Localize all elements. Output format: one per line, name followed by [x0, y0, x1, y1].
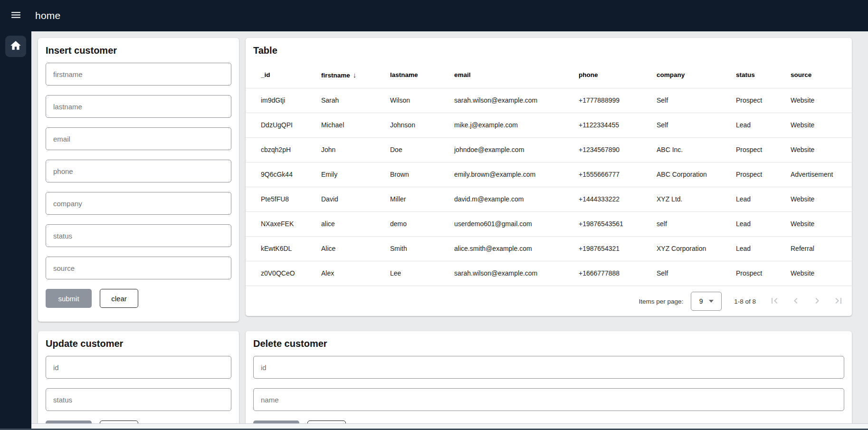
home-icon — [10, 39, 22, 53]
insert-clear-button[interactable]: clear — [100, 289, 138, 308]
table-cell: NXaxeFEK — [246, 211, 321, 236]
column-header-firstname[interactable]: firstname↓ — [321, 62, 390, 88]
table-cell: +1666777888 — [579, 261, 657, 286]
table-cell: +1777888999 — [579, 88, 657, 113]
sort-desc-icon: ↓ — [353, 71, 357, 79]
table-cell: self — [657, 211, 736, 236]
items-per-page-label: Items per page: — [639, 298, 683, 305]
table-cell: Doe — [390, 137, 454, 162]
update-status-input[interactable] — [46, 388, 231, 411]
table-cell: DdzUgQPI — [246, 113, 321, 137]
table-row: im9dGtjiSarahWilsonsarah.wilson@example.… — [246, 88, 852, 113]
items-per-page-value: 9 — [699, 297, 703, 305]
table-cell: Website — [791, 88, 852, 113]
delete-card-title: Delete customer — [246, 331, 852, 349]
insert-status-input[interactable] — [46, 224, 231, 247]
table-cell: demo — [390, 211, 454, 236]
update-card-title: Update customer — [38, 331, 239, 349]
insert-lastname-input[interactable] — [46, 95, 231, 118]
table-cell: cbzqh2pH — [246, 137, 321, 162]
table-cell: XYZ Corporation — [657, 236, 736, 261]
delete-id-input[interactable] — [253, 356, 844, 379]
table-cell: Prospect — [736, 88, 791, 113]
table-cell: +1444333222 — [579, 187, 657, 211]
table-cell: Website — [791, 187, 852, 211]
table-cell: David — [321, 187, 390, 211]
table-row: Pte5fFU8DavidMillerdavid.m@example.com+1… — [246, 187, 852, 211]
customers-table: _id firstname↓ lastname email phone comp… — [246, 62, 852, 286]
delete-name-input[interactable] — [253, 388, 844, 411]
table-cell: Referral — [791, 236, 852, 261]
insert-email-input[interactable] — [46, 127, 231, 150]
table-header-row: _id firstname↓ lastname email phone comp… — [246, 62, 852, 88]
table-cell: Website — [791, 261, 852, 286]
table-cell: mike.j@example.com — [454, 113, 579, 137]
first-page-icon — [769, 295, 780, 308]
insert-submit-button[interactable]: submit — [46, 289, 92, 308]
insert-firstname-input[interactable] — [46, 63, 231, 86]
table-cell: Self — [657, 113, 736, 137]
next-page-icon — [811, 295, 823, 308]
paginator: Items per page: 9 1-8 of 8 — [639, 287, 849, 316]
column-header-company[interactable]: company — [657, 62, 736, 88]
items-per-page-select[interactable]: 9 — [691, 292, 722, 311]
insert-source-input[interactable] — [46, 257, 231, 279]
insert-company-input[interactable] — [46, 192, 231, 215]
table-cell: sarah.wilson@example.com — [454, 261, 579, 286]
table-cell: Michael — [321, 113, 390, 137]
table-cell: Smith — [390, 236, 454, 261]
column-header-lastname[interactable]: lastname — [390, 62, 454, 88]
next-page-button[interactable] — [806, 292, 828, 311]
table-cell: XYZ Ltd. — [657, 187, 736, 211]
table-cell: Alex — [321, 261, 390, 286]
last-page-button[interactable] — [828, 292, 849, 311]
table-cell: Lead — [736, 113, 791, 137]
table-cell: Website — [791, 137, 852, 162]
update-customer-card: Update customer submit clear — [38, 331, 239, 423]
table-cell: Lead — [736, 187, 791, 211]
page-title: home — [35, 10, 60, 21]
column-header-email[interactable]: email — [454, 62, 579, 88]
table-row: DdzUgQPIMichaelJohnsonmike.j@example.com… — [246, 113, 852, 137]
column-header-status[interactable]: status — [736, 62, 791, 88]
table-cell: Miller — [390, 187, 454, 211]
table-cell: Sarah — [321, 88, 390, 113]
update-id-input[interactable] — [46, 356, 231, 379]
main-content: Insert customer submit clear Table _id f… — [31, 31, 868, 423]
table-cell: z0V0QCeO — [246, 261, 321, 286]
table-cell: ABC Corporation — [657, 162, 736, 187]
table-row: kEwtK6DLAliceSmithalice.smith@example.co… — [246, 236, 852, 261]
sidebar — [0, 31, 31, 429]
table-cell: Alice — [321, 236, 390, 261]
first-page-button[interactable] — [763, 292, 785, 311]
table-cell: Website — [791, 113, 852, 137]
column-header-source[interactable]: source — [791, 62, 852, 88]
previous-page-button[interactable] — [785, 292, 806, 311]
top-navbar: home — [0, 0, 868, 31]
insert-card-title: Insert customer — [38, 38, 239, 56]
horizontal-scrollbar[interactable] — [31, 423, 868, 429]
paginator-range-label: 1-8 of 8 — [734, 298, 756, 305]
table-cell: Pte5fFU8 — [246, 187, 321, 211]
column-header-id[interactable]: _id — [246, 62, 321, 88]
table-cell: Emily — [321, 162, 390, 187]
sidebar-item-home[interactable] — [5, 36, 26, 57]
table-cell: Johnson — [390, 113, 454, 137]
column-header-phone[interactable]: phone — [579, 62, 657, 88]
table-card: Table _id firstname↓ lastname email phon… — [246, 38, 852, 316]
table-cell: ABC Inc. — [657, 137, 736, 162]
table-row: NXaxeFEKalicedemouserdemo601@gmail.com+1… — [246, 211, 852, 236]
insert-customer-card: Insert customer submit clear — [38, 38, 239, 322]
menu-button[interactable] — [0, 0, 31, 31]
insert-phone-input[interactable] — [46, 160, 231, 182]
table-cell: userdemo601@gmail.com — [454, 211, 579, 236]
table-cell: Wilson — [390, 88, 454, 113]
table-cell: Lead — [736, 236, 791, 261]
table-cell: +1122334455 — [579, 113, 657, 137]
table-cell: Prospect — [736, 162, 791, 187]
table-cell: Prospect — [736, 261, 791, 286]
chevron-down-icon — [709, 300, 714, 303]
table-card-title: Table — [246, 38, 852, 56]
table-cell: Lee — [390, 261, 454, 286]
table-cell: Lead — [736, 211, 791, 236]
